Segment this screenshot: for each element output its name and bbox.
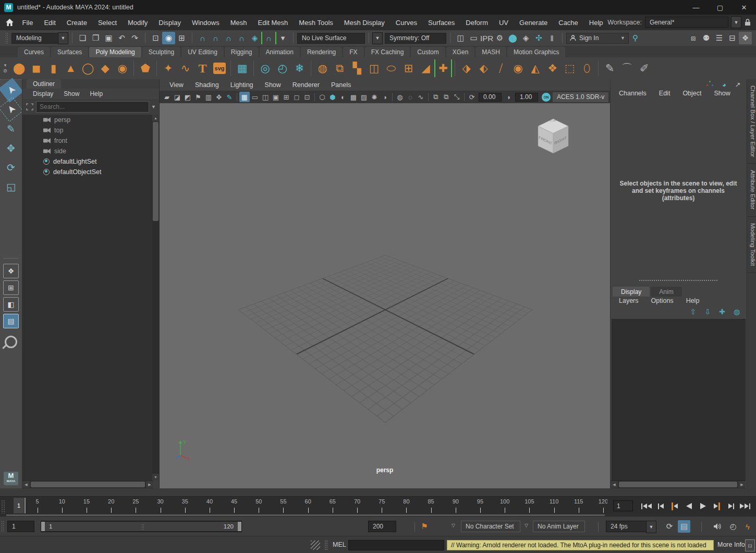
crease-icon[interactable]: ◢ (417, 59, 434, 77)
search-settings-icon[interactable]: ⚲ (629, 32, 642, 44)
add-divisions-icon[interactable]: ⊞ (400, 59, 417, 77)
warning-message[interactable]: // Warning: Arnold renderer not loaded. … (447, 540, 714, 550)
menu-item[interactable]: Mesh Display (338, 19, 390, 27)
lookdev-view-icon[interactable]: ◈ (519, 32, 532, 44)
exposure-field[interactable]: 0.00 (479, 93, 502, 102)
graph-editor-icon[interactable]: ↗ (733, 80, 742, 89)
outliner-horizontal-scrollbar[interactable]: ◀ ▶ (22, 481, 153, 488)
menu-item[interactable]: UV (493, 19, 514, 27)
viewport-menu-item[interactable]: Panels (325, 81, 357, 89)
scroll-left-icon[interactable]: ◀ (611, 481, 618, 488)
exposure-icon[interactable]: ⟳ (467, 92, 477, 102)
screen-space-ao-icon[interactable]: ◍ (395, 92, 405, 102)
menu-item[interactable]: Modify (123, 19, 153, 27)
selection-mask-icon[interactable] (26, 103, 34, 111)
scroll-up-icon[interactable]: ▲ (152, 115, 159, 121)
rotate-tool[interactable]: ⟳ (2, 158, 20, 176)
camera-icon[interactable]: ▰ (162, 92, 172, 102)
script-editor-icon[interactable]: {;} (745, 539, 755, 551)
image-plane-icon[interactable]: ▥ (203, 92, 214, 102)
outliner-item-front[interactable]: front (22, 136, 153, 146)
render-settings-icon[interactable]: ⚙ (493, 32, 506, 44)
anim-layer-field[interactable]: No Anim Layer (533, 521, 585, 532)
poly-cone-icon[interactable]: ▲ (62, 59, 79, 77)
snap-to-point-icon[interactable]: ∩ (222, 32, 235, 44)
viewport-menu-item[interactable]: Shading (189, 81, 225, 89)
evaluation-mode-icon[interactable]: ϟ (741, 520, 754, 533)
maximize-button[interactable]: ▢ (708, 0, 732, 15)
animation-start-field[interactable]: 1 (7, 521, 34, 532)
viewport-menu-item[interactable]: View (164, 81, 189, 89)
scroll-right-icon[interactable]: ▶ (146, 481, 153, 488)
grid-icon[interactable]: ▦ (239, 92, 250, 102)
sidebar-vertical-tab[interactable]: Modeling Toolkit (747, 217, 756, 273)
shelf-tab[interactable]: Rendering (301, 47, 342, 57)
outliner-search-input[interactable] (36, 101, 149, 113)
viewport-canvas[interactable]: TOP FRONT RIGHT y x persp (160, 103, 610, 488)
viewport-menu-item[interactable]: Lighting (225, 81, 259, 89)
render-current-frame-icon[interactable]: ▭ (467, 32, 480, 44)
poly-disc-icon[interactable]: ◉ (114, 59, 131, 77)
time-slider-grip[interactable] (1, 500, 5, 513)
resolution-gate-icon[interactable]: ◫ (260, 92, 271, 102)
quad-draw-icon[interactable]: ✚ (434, 59, 452, 77)
channel-box-menu-item[interactable]: Channels (613, 90, 653, 97)
menu-item[interactable]: Mesh Tools (294, 19, 339, 27)
resize-grip-icon[interactable] (311, 540, 320, 550)
platonic-solid-icon[interactable]: ⬟ (137, 59, 154, 77)
view-cube[interactable]: TOP FRONT RIGHT (533, 115, 574, 158)
menu-item[interactable]: Edit Mesh (252, 19, 294, 27)
loop-mode-icon[interactable]: ⟳ (663, 520, 676, 533)
isolate-view-icon[interactable]: ⤡ (452, 92, 462, 102)
scroll-right-icon[interactable]: ▶ (738, 481, 746, 488)
transform-component-icon[interactable]: ⬚ (561, 59, 578, 77)
playback-speed-icon[interactable]: ◴ (727, 520, 739, 533)
poly-torus-icon[interactable]: ◯ (79, 59, 96, 77)
menu-item[interactable]: Create (61, 19, 92, 27)
shelf-tab[interactable]: Animation (260, 47, 300, 57)
viewport-menu-item[interactable]: Show (259, 81, 287, 89)
view-cube-top-label[interactable]: TOP (549, 120, 557, 122)
animation-end-field[interactable]: 200 (368, 521, 396, 532)
safe-action-icon[interactable]: ◻ (291, 92, 302, 102)
menu-item[interactable]: Surfaces (423, 19, 460, 27)
fps-caret-icon[interactable]: ▼ (646, 521, 656, 533)
snap-to-view-plane-icon[interactable]: ◈ (248, 32, 261, 44)
snap-to-grid-icon[interactable]: ∩ (196, 32, 209, 44)
open-scene-icon[interactable]: ❐ (89, 32, 102, 44)
motion-blur-icon[interactable]: ◌ (405, 92, 416, 102)
minimize-button[interactable]: — (684, 0, 708, 15)
outliner-item-defaultLightSet[interactable]: defaultLightSet (22, 156, 153, 167)
undo-icon[interactable]: ↶ (115, 32, 128, 44)
shelf-tab[interactable]: Custom (411, 47, 445, 57)
layer-editor-menu-item[interactable]: Options (645, 297, 680, 304)
multi-cut-icon[interactable]: ⧸ (492, 59, 509, 77)
snap-to-projected-center-icon[interactable]: ∩ (235, 32, 248, 44)
move-tool[interactable]: ✥ (2, 139, 20, 157)
close-button[interactable]: ✕ (732, 0, 756, 15)
lighting-icon[interactable]: ✺ (369, 92, 380, 102)
shelf-tab[interactable]: UV Editing (181, 47, 224, 57)
shelf-tab[interactable]: Surfaces (51, 47, 88, 57)
range-start-handle[interactable] (41, 522, 45, 531)
time-slider[interactable]: 5101520253035404550556065707580859095100… (0, 496, 756, 517)
outliner-item-persp[interactable]: persp (22, 115, 153, 125)
step-back-key-button[interactable] (668, 499, 681, 513)
mute-audio-icon[interactable] (711, 520, 724, 533)
menu-item[interactable]: Deform (460, 19, 494, 27)
scale-tool[interactable]: ◱ (2, 178, 20, 195)
textured-icon[interactable]: ▩ (348, 92, 359, 102)
outliner-panel-tab[interactable]: Outliner (27, 79, 61, 89)
menu-item[interactable]: Cache (553, 19, 584, 27)
smooth-icon[interactable]: ⬭ (383, 59, 400, 77)
poly-plane-icon[interactable]: ◆ (96, 59, 114, 77)
move-layer-down-icon[interactable]: ⇩ (703, 308, 712, 316)
home-icon[interactable] (3, 17, 16, 28)
range-end-handle[interactable] (238, 522, 241, 531)
poly-sphere-icon[interactable]: ⬤ (10, 59, 28, 77)
svg-tool-icon[interactable]: svg (213, 63, 226, 74)
paint-effects-icon[interactable]: ✣ (532, 32, 545, 44)
outliner-item-top[interactable]: top (22, 125, 153, 136)
step-forward-frame-button[interactable] (725, 499, 737, 513)
lock-camera-icon[interactable]: ◪ (172, 92, 182, 102)
